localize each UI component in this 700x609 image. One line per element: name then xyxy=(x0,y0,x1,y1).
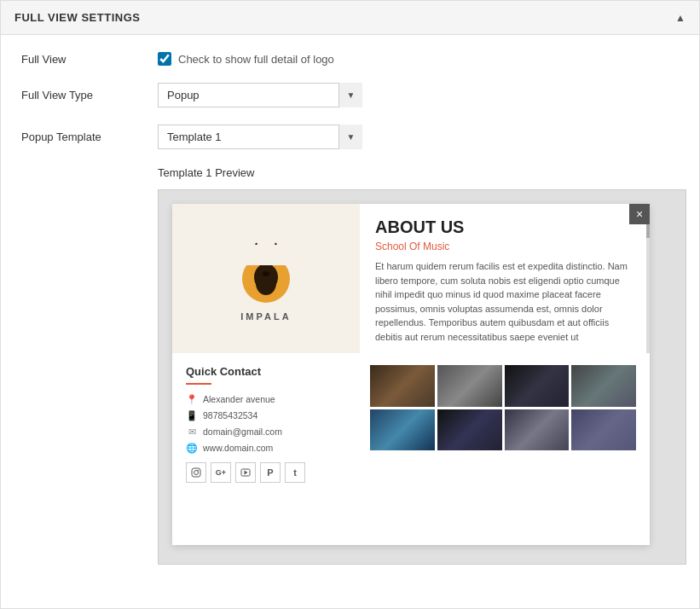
svg-rect-5 xyxy=(240,245,292,265)
contact-underline xyxy=(186,383,211,385)
about-title: ABOUT US xyxy=(375,218,631,237)
about-text: Et harum quidem rerum facilis est et exp… xyxy=(375,259,631,344)
full-view-type-label: Full View Type xyxy=(21,89,158,102)
full-view-checkbox-label: Check to show full detail of logo xyxy=(178,53,334,66)
popup-top-section: IMPALA ABOUT US School Of Music Et harum… xyxy=(172,204,650,353)
gallery-image-6 xyxy=(437,409,502,451)
panel-body: Full View Check to show full detail of l… xyxy=(1,35,699,582)
about-subtitle: School Of Music xyxy=(375,241,631,252)
gallery-grid xyxy=(370,365,636,450)
svg-marker-9 xyxy=(245,471,248,475)
popup-template-row: Popup Template Template 1 Template 2 Tem… xyxy=(21,125,679,149)
tumblr-social-icon[interactable]: t xyxy=(285,462,305,483)
full-view-type-select[interactable]: Popup Inline Tooltip xyxy=(158,83,362,107)
full-view-checkbox-wrapper: Check to show full detail of logo xyxy=(158,52,334,66)
quick-contact-title: Quick Contact xyxy=(186,365,356,378)
contact-phone: 98785432534 xyxy=(203,410,257,420)
popup-bottom-section: Quick Contact 📍 Alexander avenue 📱 98785… xyxy=(172,353,650,495)
panel-header: FULL VIEW SETTINGS ▲ xyxy=(1,1,699,35)
popup-close-button[interactable]: × xyxy=(629,204,650,224)
full-view-row: Full View Check to show full detail of l… xyxy=(21,52,679,66)
full-view-label: Full View xyxy=(21,53,158,66)
email-icon: ✉ xyxy=(186,426,198,438)
gallery-image-5 xyxy=(370,409,435,451)
svg-point-8 xyxy=(198,470,200,472)
panel-toggle-icon[interactable]: ▲ xyxy=(675,12,686,24)
full-view-type-select-wrapper: Popup Inline Tooltip ▼ xyxy=(158,83,362,107)
gallery-image-4 xyxy=(571,365,636,407)
popup-card: × xyxy=(172,204,650,545)
contact-item-website: 🌐 www.domain.com xyxy=(186,442,356,454)
svg-point-7 xyxy=(194,471,199,475)
svg-point-4 xyxy=(263,271,269,276)
panel-title: FULL VIEW SETTINGS xyxy=(14,11,140,24)
contact-item-email: ✉ domain@gmail.com xyxy=(186,426,356,438)
popup-template-label: Popup Template xyxy=(21,130,158,143)
contact-item-address: 📍 Alexander avenue xyxy=(186,393,356,405)
social-icons-row: G+ P t xyxy=(186,462,356,483)
popup-about-section: ABOUT US School Of Music Et harum quidem… xyxy=(360,204,646,353)
gallery-image-2 xyxy=(437,365,502,407)
impala-logo-svg xyxy=(232,236,300,304)
contact-address: Alexander avenue xyxy=(203,394,275,404)
svg-rect-6 xyxy=(192,468,200,477)
contact-email: domain@gmail.com xyxy=(203,426,282,437)
popup-template-select[interactable]: Template 1 Template 2 Template 3 xyxy=(158,125,362,149)
full-view-checkbox[interactable] xyxy=(158,52,171,66)
instagram-social-icon[interactable] xyxy=(186,462,206,483)
gallery-image-7 xyxy=(505,409,570,451)
gallery-image-3 xyxy=(505,365,570,407)
phone-icon: 📱 xyxy=(186,409,198,421)
globe-icon: 🌐 xyxy=(186,442,198,454)
youtube-social-icon[interactable] xyxy=(235,462,256,483)
pinterest-social-icon[interactable]: P xyxy=(260,462,281,483)
quick-contact-section: Quick Contact 📍 Alexander avenue 📱 98785… xyxy=(186,365,356,483)
popup-template-select-wrapper: Template 1 Template 2 Template 3 ▼ xyxy=(158,125,362,149)
full-view-type-row: Full View Type Popup Inline Tooltip ▼ xyxy=(21,83,679,107)
settings-panel: FULL VIEW SETTINGS ▲ Full View Check to … xyxy=(0,0,700,609)
about-scrollbar[interactable] xyxy=(646,204,650,353)
gallery-image-1 xyxy=(370,365,435,407)
googleplus-social-icon[interactable]: G+ xyxy=(211,462,231,483)
popup-logo-area: IMPALA xyxy=(172,204,360,353)
location-icon: 📍 xyxy=(186,393,198,405)
impala-logo-text: IMPALA xyxy=(240,311,291,322)
preview-container: × xyxy=(158,189,686,565)
gallery-image-8 xyxy=(571,409,636,451)
contact-website: www.domain.com xyxy=(203,443,273,453)
contact-item-phone: 📱 98785432534 xyxy=(186,409,356,421)
gallery-section xyxy=(370,365,636,483)
preview-label: Template 1 Preview xyxy=(158,166,679,179)
